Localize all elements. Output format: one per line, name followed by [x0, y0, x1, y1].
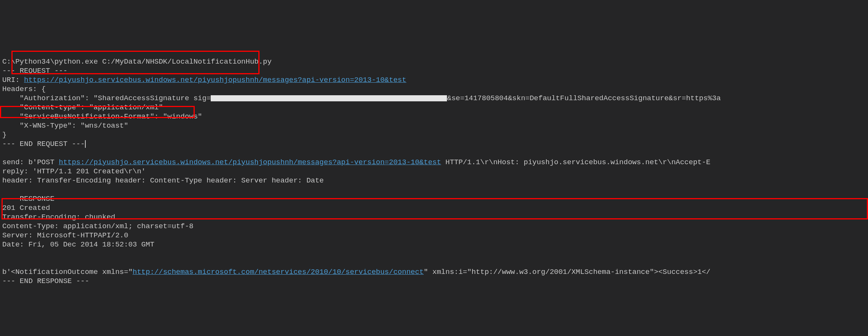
- line-status: 201 Created: [2, 204, 50, 212]
- line-resp-content-type: Content-Type: application/xml; charset=u…: [2, 222, 194, 230]
- line-uri-label: URI:: [2, 76, 24, 84]
- text-caret: [85, 140, 86, 148]
- line-request-begin: --- REQUEST ---: [2, 67, 67, 75]
- line-headers-close: }: [2, 131, 6, 139]
- line-date: Date: Fri, 05 Dec 2014 18:52:03 GMT: [2, 240, 154, 249]
- line-content-type: "Content-type": "application/xml": [2, 103, 163, 112]
- line-end-request: --- END REQUEST ---: [2, 140, 85, 148]
- line-end-response: --- END RESPONSE ---: [2, 277, 89, 285]
- line-send-post: HTTP/1.1\r\nHost: piyushjo.servicebus.wi…: [441, 158, 711, 166]
- blank-3: [2, 250, 6, 258]
- uri-link[interactable]: https://piyushjo.servicebus.windows.net/…: [24, 76, 406, 84]
- line-command: C:\Python34\python.exe C:/MyData/NHSDK/L…: [2, 58, 272, 66]
- line-server: Server: Microsoft-HTTPAPI/2.0: [2, 231, 128, 240]
- blank-2: [2, 186, 6, 194]
- line-response-begin: --- RESPONSE ---: [2, 195, 72, 203]
- schema-link[interactable]: http://schemas.microsoft.com/netservices…: [133, 268, 424, 276]
- line-transfer-encoding: Transfer-Encoding: chunked: [2, 213, 115, 221]
- send-link[interactable]: https://piyushjo.servicebus.windows.net/…: [59, 158, 441, 166]
- blank-1: [2, 149, 6, 157]
- line-headers-list: header: Transfer-Encoding header: Conten…: [2, 176, 324, 185]
- line-reply: reply: 'HTTP/1.1 201 Created\r\n': [2, 167, 146, 176]
- line-auth-pre: "Authorization": "SharedAccessSignature …: [2, 94, 211, 102]
- line-sb-format: "ServiceBusNotification-Format": "window…: [2, 112, 202, 121]
- line-headers-open: Headers: {: [2, 85, 46, 93]
- line-outcome-post: " xmlns:i="http://www.w3.org/2001/XMLSch…: [424, 268, 711, 276]
- line-wns-type: "X-WNS-Type": "wns/toast": [2, 122, 128, 130]
- line-auth-post: &se=1417805804&skn=DefaultFullSharedAcce…: [447, 94, 721, 102]
- redacted-signature: [211, 95, 447, 101]
- line-outcome-pre: b'<NotificationOutcome xmlns=": [2, 268, 133, 276]
- line-send-pre: send: b'POST: [2, 158, 59, 166]
- blank-4: [2, 259, 6, 267]
- console-output: C:\Python34\python.exe C:/MyData/NHSDK/L…: [0, 46, 868, 288]
